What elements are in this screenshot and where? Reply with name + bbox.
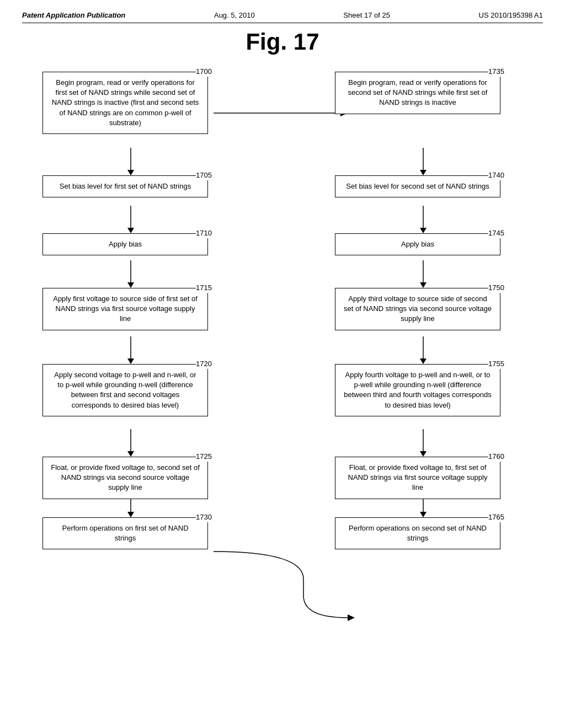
svg-marker-21 bbox=[420, 451, 427, 457]
svg-marker-15 bbox=[420, 228, 427, 233]
box-1705-text: Set bias level for first set of NAND str… bbox=[60, 182, 191, 190]
page: Patent Application Publication Aug. 5, 2… bbox=[0, 0, 565, 728]
box-1705: 1705 Set bias level for first set of NAN… bbox=[42, 175, 219, 197]
label-1740: 1740 bbox=[488, 170, 504, 180]
svg-marker-9 bbox=[127, 451, 134, 457]
svg-marker-11 bbox=[127, 512, 134, 517]
label-1700: 1700 bbox=[196, 67, 212, 77]
box-1740: 1740 Set bias level for second set of NA… bbox=[335, 175, 511, 197]
svg-marker-5 bbox=[127, 282, 134, 288]
svg-marker-1 bbox=[127, 170, 134, 175]
header-date: Aug. 5, 2010 bbox=[214, 11, 255, 19]
label-1765: 1765 bbox=[488, 512, 504, 522]
header-publication: Patent Application Publication bbox=[22, 11, 125, 19]
box-1755: 1755 Apply fourth voltage to p-well and … bbox=[335, 364, 511, 416]
label-1745: 1745 bbox=[488, 228, 504, 238]
box-1720-content: 1720 Apply second voltage to p-well and … bbox=[42, 364, 208, 416]
label-1715: 1715 bbox=[196, 283, 212, 293]
label-1755: 1755 bbox=[488, 359, 504, 369]
box-1715-text: Apply first voltage to source side of fi… bbox=[53, 295, 198, 323]
box-1740-content: 1740 Set bias level for second set of NA… bbox=[335, 175, 500, 197]
box-1700-text: Begin program, read or verify operations… bbox=[52, 78, 199, 127]
box-1725: 1725 Float, or provide fixed voltage to,… bbox=[42, 457, 219, 499]
box-1735: 1735 Begin program, read or verify opera… bbox=[335, 72, 511, 114]
box-1725-text: Float, or provide fixed voltage to, seco… bbox=[51, 463, 200, 491]
box-1760-text: Float, or provide fixed voltage to, firs… bbox=[348, 463, 488, 491]
box-1730: 1730 Perform operations on first set of … bbox=[42, 517, 219, 549]
box-1710-text: Apply bias bbox=[109, 240, 142, 248]
box-1760-content: 1760 Float, or provide fixed voltage to,… bbox=[335, 457, 500, 499]
box-1745-text: Apply bias bbox=[401, 240, 434, 248]
box-1750-content: 1750 Apply third voltage to source side … bbox=[335, 288, 500, 330]
box-1765-text: Perform operations on second set of NAND… bbox=[349, 524, 487, 542]
box-1735-text: Begin program, read or verify operations… bbox=[348, 78, 488, 106]
svg-marker-13 bbox=[420, 170, 427, 175]
box-1730-content: 1730 Perform operations on first set of … bbox=[42, 517, 208, 549]
box-1730-text: Perform operations on first set of NAND … bbox=[62, 524, 188, 542]
svg-marker-17 bbox=[420, 282, 427, 288]
box-1720-text: Apply second voltage to p-well and n-wel… bbox=[54, 371, 196, 409]
diagram-container: 1700 Begin program, read or verify opera… bbox=[22, 72, 543, 678]
svg-marker-23 bbox=[420, 512, 427, 517]
box-1700: 1700 Begin program, read or verify opera… bbox=[42, 72, 219, 134]
box-1765-content: 1765 Perform operations on second set of… bbox=[335, 517, 500, 549]
box-1705-content: 1705 Set bias level for first set of NAN… bbox=[42, 175, 208, 197]
label-1760: 1760 bbox=[488, 452, 504, 462]
label-1735: 1735 bbox=[488, 67, 504, 77]
label-1720: 1720 bbox=[196, 359, 212, 369]
box-1755-text: Apply fourth voltage to p-well and n-wel… bbox=[344, 371, 491, 409]
box-1715-content: 1715 Apply first voltage to source side … bbox=[42, 288, 208, 330]
header-patent: US 2010/195398 A1 bbox=[479, 11, 543, 19]
box-1720: 1720 Apply second voltage to p-well and … bbox=[42, 364, 219, 416]
header: Patent Application Publication Aug. 5, 2… bbox=[22, 11, 543, 23]
label-1750: 1750 bbox=[488, 283, 504, 293]
box-1745: 1745 Apply bias bbox=[335, 233, 511, 255]
box-1710-content: 1710 Apply bias bbox=[42, 233, 208, 255]
svg-marker-26 bbox=[348, 614, 355, 621]
svg-marker-3 bbox=[127, 228, 134, 233]
box-1760: 1760 Float, or provide fixed voltage to,… bbox=[335, 457, 511, 499]
label-1725: 1725 bbox=[196, 452, 212, 462]
label-1710: 1710 bbox=[196, 228, 212, 238]
label-1730: 1730 bbox=[196, 512, 212, 522]
box-1765: 1765 Perform operations on second set of… bbox=[335, 517, 511, 549]
box-1710: 1710 Apply bias bbox=[42, 233, 219, 255]
figure-title: Fig. 17 bbox=[22, 29, 543, 55]
header-sheet: Sheet 17 of 25 bbox=[343, 11, 390, 19]
label-1705: 1705 bbox=[196, 170, 212, 180]
box-1755-content: 1755 Apply fourth voltage to p-well and … bbox=[335, 364, 500, 416]
box-1745-content: 1745 Apply bias bbox=[335, 233, 500, 255]
box-1750-text: Apply third voltage to source side of se… bbox=[344, 295, 492, 323]
box-1715: 1715 Apply first voltage to source side … bbox=[42, 288, 219, 330]
svg-marker-19 bbox=[420, 358, 427, 364]
box-1740-text: Set bias level for second set of NAND st… bbox=[346, 182, 489, 190]
box-1700-content: 1700 Begin program, read or verify opera… bbox=[42, 72, 208, 134]
box-1735-content: 1735 Begin program, read or verify opera… bbox=[335, 72, 500, 114]
box-1725-content: 1725 Float, or provide fixed voltage to,… bbox=[42, 457, 208, 499]
svg-marker-7 bbox=[127, 358, 134, 364]
box-1750: 1750 Apply third voltage to source side … bbox=[335, 288, 511, 330]
